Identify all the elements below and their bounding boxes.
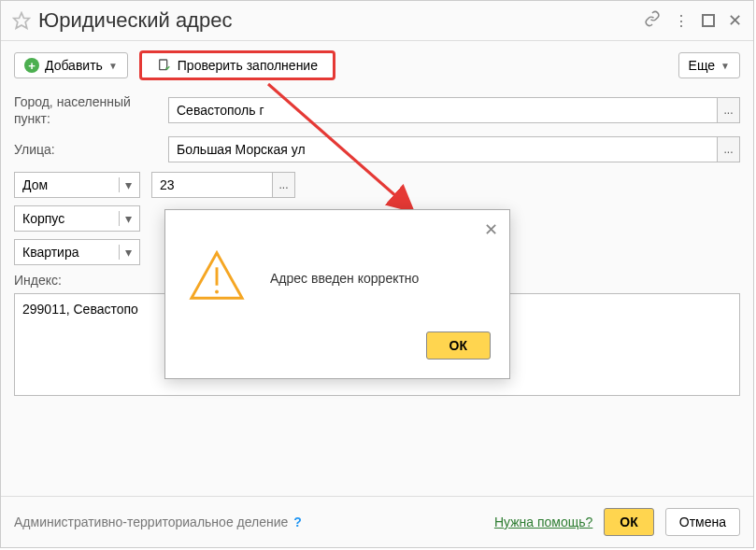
window-title: Юридический адрес: [38, 8, 644, 33]
svg-marker-0: [14, 13, 30, 29]
dialog-ok-button[interactable]: ОК: [426, 331, 491, 360]
chevron-down-icon: ▾: [119, 245, 139, 260]
chevron-down-icon: ▾: [119, 177, 139, 192]
favorite-star-icon[interactable]: [12, 11, 31, 30]
help-question-icon[interactable]: ?: [293, 515, 302, 529]
svg-point-6: [215, 290, 219, 294]
dialog-close-icon[interactable]: ✕: [484, 219, 498, 240]
ok-button[interactable]: ОК: [604, 508, 653, 536]
kebab-menu-icon[interactable]: ⋮: [674, 12, 689, 30]
chevron-down-icon: ▼: [108, 61, 118, 71]
chevron-down-icon: ▾: [119, 211, 139, 226]
titlebar: Юридический адрес ⋮ ✕: [1, 1, 753, 41]
dialog-message: Адрес введен корректно: [270, 271, 419, 286]
street-label: Улица:: [14, 142, 168, 157]
close-icon[interactable]: ✕: [728, 10, 742, 31]
more-button-label: Еще: [689, 58, 716, 73]
warning-icon: [188, 247, 246, 309]
check-fill-label: Проверить заполнение: [178, 58, 318, 73]
street-lookup-button[interactable]: ...: [718, 136, 740, 162]
add-button-label: Добавить: [45, 58, 103, 73]
city-label: Город, населенный пункт:: [14, 93, 168, 127]
footer: Административно-территориальное деление …: [1, 496, 753, 547]
building-type-label: Корпус: [22, 211, 64, 226]
check-fill-button[interactable]: Проверить заполнение: [139, 50, 335, 80]
maximize-icon[interactable]: [702, 14, 715, 27]
city-input[interactable]: [168, 97, 718, 123]
chevron-down-icon: ▼: [720, 61, 730, 71]
link-icon[interactable]: [644, 10, 661, 31]
apartment-type-label: Квартира: [22, 245, 79, 260]
confirmation-dialog: ✕ Адрес введен корректно ОК: [164, 209, 510, 379]
document-check-icon: [157, 58, 172, 73]
more-button[interactable]: Еще ▼: [678, 52, 740, 78]
street-input[interactable]: [168, 136, 718, 162]
plus-icon: +: [24, 58, 39, 73]
house-type-label: Дом: [22, 177, 48, 192]
need-help-link[interactable]: Нужна помощь?: [494, 515, 592, 529]
cancel-button[interactable]: Отмена: [665, 508, 740, 536]
toolbar: + Добавить ▼ Проверить заполнение Еще ▼: [1, 41, 753, 90]
house-lookup-button[interactable]: ...: [273, 172, 295, 198]
building-type-select[interactable]: Корпус ▾: [14, 205, 140, 232]
admin-division-link[interactable]: Административно-территориальное деление …: [14, 515, 302, 529]
city-lookup-button[interactable]: ...: [718, 97, 740, 123]
index-label: Индекс:: [14, 273, 168, 288]
apartment-type-select[interactable]: Квартира ▾: [14, 239, 140, 265]
house-type-select[interactable]: Дом ▾: [14, 172, 140, 198]
house-input[interactable]: [151, 172, 273, 198]
add-button[interactable]: + Добавить ▼: [14, 52, 128, 78]
